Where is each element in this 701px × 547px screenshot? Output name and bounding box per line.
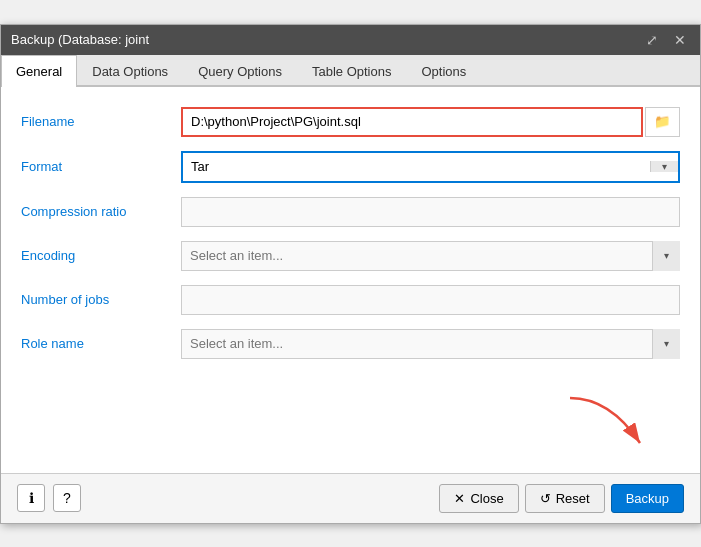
form-content: Filename 📁 Format ▾ Compression ratio <box>1 87 700 473</box>
compression-row: Compression ratio <box>21 197 680 227</box>
format-control: ▾ <box>181 151 680 183</box>
compression-control <box>181 197 680 227</box>
filename-input[interactable] <box>181 107 643 137</box>
tab-query-options[interactable]: Query Options <box>183 55 297 87</box>
encoding-input[interactable] <box>181 241 680 271</box>
role-name-label: Role name <box>21 336 181 351</box>
tab-options[interactable]: Options <box>406 55 481 87</box>
footer-left-buttons: ℹ ? <box>17 484 81 512</box>
num-jobs-label: Number of jobs <box>21 292 181 307</box>
reset-label: Reset <box>556 491 590 506</box>
num-jobs-row: Number of jobs <box>21 285 680 315</box>
filename-row: Filename 📁 <box>21 107 680 137</box>
close-icon: ✕ <box>454 491 465 506</box>
role-name-select-wrapper: ▾ <box>181 329 680 359</box>
tab-table-options[interactable]: Table Options <box>297 55 407 87</box>
format-dropdown-arrow[interactable]: ▾ <box>650 161 678 172</box>
compression-label: Compression ratio <box>21 204 181 219</box>
close-label: Close <box>470 491 503 506</box>
encoding-select-wrapper: ▾ <box>181 241 680 271</box>
role-name-input[interactable] <box>181 329 680 359</box>
filename-label: Filename <box>21 114 181 129</box>
empty-space <box>21 373 680 463</box>
format-dropdown-wrapper[interactable]: ▾ <box>181 151 680 183</box>
folder-icon: 📁 <box>654 114 671 129</box>
help-button[interactable]: ? <box>53 484 81 512</box>
compression-input[interactable] <box>181 197 680 227</box>
role-name-row: Role name ▾ <box>21 329 680 359</box>
dialog-title: Backup (Database: joint <box>11 32 149 47</box>
num-jobs-control <box>181 285 680 315</box>
encoding-label: Encoding <box>21 248 181 263</box>
backup-button[interactable]: Backup <box>611 484 684 513</box>
red-arrow-annotation <box>550 388 670 458</box>
tab-data-options[interactable]: Data Options <box>77 55 183 87</box>
tab-bar: General Data Options Query Options Table… <box>1 55 700 87</box>
reset-icon: ↺ <box>540 491 551 506</box>
close-button[interactable]: ✕ Close <box>439 484 518 513</box>
filename-control: 📁 <box>181 107 680 137</box>
format-row: Format ▾ <box>21 151 680 183</box>
close-title-button[interactable]: ✕ <box>670 31 690 49</box>
encoding-control: ▾ <box>181 241 680 271</box>
info-button[interactable]: ℹ <box>17 484 45 512</box>
tab-general[interactable]: General <box>1 55 77 87</box>
format-label: Format <box>21 159 181 174</box>
role-name-control: ▾ <box>181 329 680 359</box>
footer-right-buttons: ✕ Close ↺ Reset Backup <box>439 484 684 513</box>
encoding-row: Encoding ▾ <box>21 241 680 271</box>
maximize-button[interactable]: ⤢ <box>642 31 662 49</box>
backup-label: Backup <box>626 491 669 506</box>
num-jobs-input[interactable] <box>181 285 680 315</box>
format-input[interactable] <box>183 153 650 181</box>
file-browse-button[interactable]: 📁 <box>645 107 680 137</box>
help-icon: ? <box>63 490 71 506</box>
title-bar: Backup (Database: joint ⤢ ✕ <box>1 25 700 55</box>
dialog-footer: ℹ ? ✕ Close ↺ Reset Backup <box>1 473 700 523</box>
reset-button[interactable]: ↺ Reset <box>525 484 605 513</box>
info-icon: ℹ <box>29 490 34 506</box>
